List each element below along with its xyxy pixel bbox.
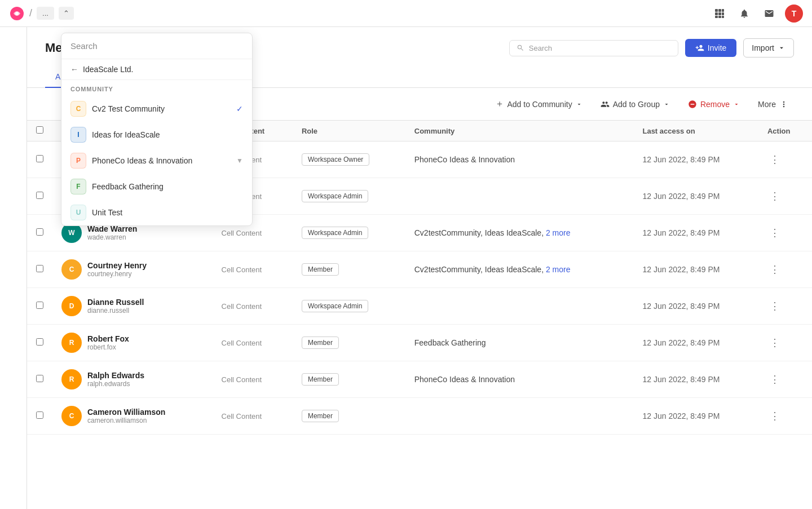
svg-rect-4 bbox=[722, 9, 724, 12]
row-action-button[interactable]: ⋮ bbox=[767, 408, 782, 424]
dropdown-item-label: PhoneCo Ideas & Innovation bbox=[92, 156, 231, 165]
last-access-cell: 12 Jun 2022, 8:49 PM bbox=[633, 141, 758, 178]
apps-icon-btn[interactable] bbox=[710, 5, 729, 23]
import-button[interactable]: Import bbox=[743, 38, 794, 57]
table-row: D Dianne Russell dianne.russell Cell Con… bbox=[27, 288, 812, 325]
table-row: R Ralph Edwards ralph.edwards Cell Conte… bbox=[27, 361, 812, 398]
member-avatar: C bbox=[61, 259, 82, 280]
row-action-button[interactable]: ⋮ bbox=[767, 334, 782, 351]
mail-icon bbox=[764, 8, 774, 19]
more-dots-icon bbox=[779, 100, 788, 109]
community-cell: Cv2testCommunity, Ideas IdeaScale, 2 mor… bbox=[405, 215, 634, 251]
row-checkbox[interactable] bbox=[36, 228, 43, 236]
community-more-link[interactable]: 2 more bbox=[546, 265, 571, 274]
search-input[interactable]: Search bbox=[509, 40, 678, 56]
row-action-button[interactable]: ⋮ bbox=[767, 371, 782, 388]
breadcrumb-btn[interactable]: ... bbox=[37, 7, 54, 20]
member-name: Cameron Williamson bbox=[87, 408, 165, 417]
add-to-community-button[interactable]: ＋ Add to Community bbox=[489, 95, 588, 113]
member-info: Ralph Edwards ralph.edwards bbox=[87, 371, 144, 388]
top-nav: / ... ⌃ T bbox=[0, 0, 812, 27]
role-cell: Member bbox=[293, 325, 405, 361]
more-button[interactable]: More bbox=[752, 96, 794, 112]
role-cell: Member bbox=[293, 251, 405, 288]
community-cell: Cv2testCommunity, Ideas IdeaScale, 2 mor… bbox=[405, 251, 634, 288]
dropdown-item[interactable]: I Ideas for IdeaScale bbox=[61, 122, 252, 148]
row-action-button[interactable]: ⋮ bbox=[767, 261, 782, 278]
remove-button[interactable]: Remove bbox=[682, 96, 745, 112]
row-action-button[interactable]: ⋮ bbox=[767, 151, 782, 168]
row-checkbox[interactable] bbox=[36, 338, 43, 346]
th-action: Action bbox=[758, 121, 812, 141]
community-dropdown[interactable]: Search ← IdeaScale Ltd. COMMUNITY C Cv2 … bbox=[61, 33, 253, 226]
add-group-label: Add to Group bbox=[613, 100, 660, 109]
bell-icon-btn[interactable] bbox=[735, 5, 753, 23]
row-action-button[interactable]: ⋮ bbox=[767, 188, 782, 205]
sidebar bbox=[0, 27, 27, 509]
dropdown-item-icon: F bbox=[70, 179, 86, 194]
chevron-down-icon2 bbox=[663, 101, 670, 108]
dropdown-item[interactable]: U Unit Test bbox=[61, 200, 252, 225]
nav-arrows-btn[interactable]: ⌃ bbox=[59, 7, 74, 20]
expand-arrow-icon: ▼ bbox=[236, 157, 243, 165]
plus-icon: ＋ bbox=[495, 98, 504, 110]
action-cell: ⋮ bbox=[758, 288, 812, 325]
role-cell: Member bbox=[293, 361, 405, 398]
invite-button[interactable]: Invite bbox=[685, 39, 736, 57]
import-label: Import bbox=[752, 43, 774, 52]
dropdown-back-item[interactable]: ← IdeaScale Ltd. bbox=[61, 59, 252, 80]
add-to-group-button[interactable]: Add to Group bbox=[595, 96, 676, 112]
role-badge: Member bbox=[302, 263, 339, 276]
dropdown-item[interactable]: F Feedback Gathering bbox=[61, 174, 252, 200]
select-all-checkbox[interactable] bbox=[36, 126, 43, 134]
member-cell: R Robert Fox robert.fox bbox=[52, 325, 213, 361]
app-logo bbox=[9, 6, 25, 21]
table-row: C Courtney Henry courtney.henry Cell Con… bbox=[27, 251, 812, 288]
last-access-cell: 12 Jun 2022, 8:49 PM bbox=[633, 361, 758, 398]
th-last-access: Last access on bbox=[633, 121, 758, 141]
member-username: robert.fox bbox=[87, 343, 129, 351]
dropdown-item-label: Feedback Gathering bbox=[92, 182, 243, 191]
last-access-cell: 12 Jun 2022, 8:49 PM bbox=[633, 288, 758, 325]
member-cell: D Dianne Russell dianne.russell bbox=[52, 288, 213, 325]
member-avatar: R bbox=[61, 333, 82, 353]
svg-point-1 bbox=[15, 12, 19, 15]
row-checkbox-cell bbox=[27, 398, 52, 435]
row-action-button[interactable]: ⋮ bbox=[767, 298, 782, 315]
user-avatar[interactable]: T bbox=[785, 5, 803, 23]
last-access-cell: 12 Jun 2022, 8:49 PM bbox=[633, 398, 758, 435]
chevron-down-icon bbox=[778, 44, 785, 52]
remove-icon bbox=[688, 100, 697, 109]
row-checkbox[interactable] bbox=[36, 192, 43, 199]
role-badge: Workspace Owner bbox=[302, 153, 369, 166]
action-cell: ⋮ bbox=[758, 361, 812, 398]
row-checkbox[interactable] bbox=[36, 375, 43, 382]
row-checkbox[interactable] bbox=[36, 155, 43, 162]
dropdown-item[interactable]: P PhoneCo Ideas & Innovation ▼ bbox=[61, 148, 252, 174]
dropdown-item[interactable]: C Cv2 Test Community ✓ bbox=[61, 96, 252, 122]
dropdown-item-icon: C bbox=[70, 101, 86, 117]
row-checkbox[interactable] bbox=[36, 302, 43, 309]
dropdown-item-icon: U bbox=[70, 205, 86, 220]
dropdown-item-label: Ideas for IdeaScale bbox=[92, 130, 243, 139]
row-checkbox-cell bbox=[27, 251, 52, 288]
svg-rect-5 bbox=[715, 12, 718, 15]
row-action-button[interactable]: ⋮ bbox=[767, 224, 782, 241]
row-checkbox-cell bbox=[27, 288, 52, 325]
member-info: Dianne Russell dianne.russell bbox=[87, 298, 144, 315]
back-arrow-icon: ← bbox=[70, 65, 78, 74]
member-name: Courtney Henry bbox=[87, 261, 147, 270]
th-community: Community bbox=[405, 121, 634, 141]
member-info: Cameron Williamson cameron.williamson bbox=[87, 408, 165, 424]
role-cell: Workspace Admin bbox=[293, 288, 405, 325]
member-username: courtney.henry bbox=[87, 270, 147, 278]
mail-icon-btn[interactable] bbox=[760, 5, 778, 23]
community-cell bbox=[405, 178, 634, 215]
action-cell: ⋮ bbox=[758, 141, 812, 178]
cell-content-col: Cell Content bbox=[213, 288, 293, 325]
row-checkbox[interactable] bbox=[36, 265, 43, 272]
row-checkbox[interactable] bbox=[36, 411, 43, 419]
member-name: Dianne Russell bbox=[87, 298, 144, 307]
svg-rect-9 bbox=[718, 16, 721, 18]
community-more-link[interactable]: 2 more bbox=[546, 228, 571, 237]
